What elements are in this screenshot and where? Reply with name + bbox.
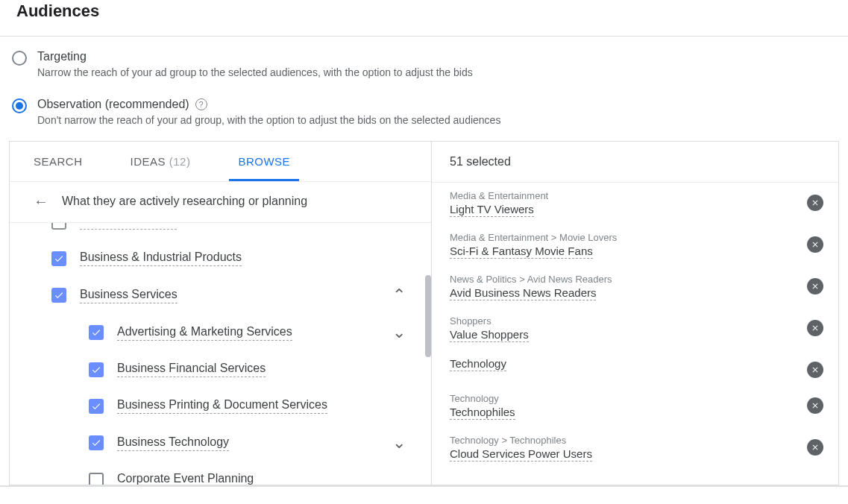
browse-column: SEARCH IDEAS (12) BROWSE ← What they are… xyxy=(10,142,432,485)
scrollbar-thumb[interactable] xyxy=(425,275,431,357)
list-item[interactable]: Corporate Event Planning xyxy=(10,462,431,485)
selected-column: 51 selected Media & EntertainmentLight T… xyxy=(432,142,838,485)
remove-button[interactable] xyxy=(807,195,823,211)
tab-ideas[interactable]: IDEAS (12) xyxy=(107,142,215,181)
item-label: Business Services xyxy=(80,288,178,303)
selected-item: Technology xyxy=(432,350,838,385)
checkbox[interactable] xyxy=(89,362,104,377)
selected-list: Media & EntertainmentLight TV ViewersMed… xyxy=(432,183,838,485)
selected-name: Value Shoppers xyxy=(450,328,529,342)
targeting-desc: Narrow the reach of your ad group to the… xyxy=(37,66,836,78)
remove-button[interactable] xyxy=(807,320,823,336)
bottom-shadow xyxy=(0,485,848,487)
remove-button[interactable] xyxy=(807,439,823,456)
radio-icon xyxy=(12,98,27,113)
selected-name: Technology xyxy=(450,357,506,371)
selected-item: News & Politics > Avid News ReadersAvid … xyxy=(432,266,838,308)
chevron-down-icon[interactable]: ⌄ xyxy=(392,324,406,341)
selected-path: Technology xyxy=(450,393,515,404)
list-item[interactable]: Advertising & Marketing Services⌄ xyxy=(10,314,431,351)
checkbox[interactable] xyxy=(89,325,104,340)
tab-ideas-label: IDEAS xyxy=(131,155,166,168)
tab-browse[interactable]: BROWSE xyxy=(214,142,314,181)
targeting-options: Targeting Narrow the reach of your ad gr… xyxy=(0,37,848,141)
list-item[interactable]: Business Services⌃ xyxy=(10,277,431,314)
selected-item: TechnologyTechnophiles xyxy=(432,385,838,427)
list-item[interactable]: Business Financial Services xyxy=(10,351,431,388)
observation-desc: Don't narrow the reach of your ad group,… xyxy=(37,114,836,126)
breadcrumb-row: ← What they are actively researching or … xyxy=(10,181,431,223)
selected-header: 51 selected xyxy=(432,142,838,183)
selected-path: Media & Entertainment > Movie Lovers xyxy=(450,232,617,243)
list-item[interactable]: Business & Industrial Products xyxy=(10,240,431,277)
selected-name: Technophiles xyxy=(450,406,515,420)
item-label: Business & Industrial Products xyxy=(80,251,242,266)
selected-item: Technology > TechnophilesCloud Services … xyxy=(432,427,838,469)
observation-option[interactable]: Observation (recommended) ? Don't narrow… xyxy=(12,98,836,126)
remove-button[interactable] xyxy=(807,278,823,294)
audience-panel: SEARCH IDEAS (12) BROWSE ← What they are… xyxy=(9,141,839,485)
item-label: Business Technology xyxy=(117,435,229,451)
selected-item: ShoppersValue Shoppers xyxy=(432,308,838,350)
radio-icon xyxy=(12,51,27,66)
page-title: Audiences xyxy=(0,0,848,36)
targeting-label: Targeting xyxy=(37,50,836,63)
remove-button[interactable] xyxy=(807,397,823,414)
selected-item: Media & EntertainmentLight TV Viewers xyxy=(432,183,838,224)
selected-item: Media & Entertainment > Movie LoversSci-… xyxy=(432,224,838,266)
remove-button[interactable] xyxy=(807,236,823,253)
checkbox[interactable] xyxy=(89,399,104,414)
help-icon[interactable]: ? xyxy=(195,98,207,110)
tab-ideas-count: (12) xyxy=(169,155,191,168)
checkbox[interactable] xyxy=(89,435,104,450)
selected-name: Light TV Viewers xyxy=(450,203,534,217)
chevron-down-icon[interactable]: ⌄ xyxy=(392,435,406,451)
observation-label: Observation (recommended) xyxy=(37,98,189,111)
back-arrow-icon[interactable]: ← xyxy=(34,194,48,209)
list-item[interactable]: Business Technology⌄ xyxy=(10,424,431,462)
selected-name: Sci-Fi & Fantasy Movie Fans xyxy=(450,245,593,259)
selected-path: Shoppers xyxy=(450,315,529,327)
selected-path: News & Politics > Avid News Readers xyxy=(450,274,612,285)
item-label: Corporate Event Planning xyxy=(117,472,254,485)
list-item[interactable]: Business Printing & Document Services xyxy=(10,388,431,424)
tab-search[interactable]: SEARCH xyxy=(10,142,107,181)
selected-name: Avid Business News Readers xyxy=(450,286,596,300)
selected-name: Cloud Services Power Users xyxy=(450,447,592,462)
tabs: SEARCH IDEAS (12) BROWSE xyxy=(10,142,431,181)
item-label xyxy=(80,223,177,230)
checkbox[interactable] xyxy=(51,223,66,230)
list-item[interactable] xyxy=(10,223,431,240)
checkbox[interactable] xyxy=(51,288,66,303)
chevron-up-icon[interactable]: ⌃ xyxy=(392,287,406,303)
targeting-option[interactable]: Targeting Narrow the reach of your ad gr… xyxy=(12,50,836,78)
checkbox[interactable] xyxy=(89,473,104,485)
breadcrumb: What they are actively researching or pl… xyxy=(62,195,307,208)
item-label: Advertising & Marketing Services xyxy=(117,325,292,341)
browse-list: Business & Industrial ProductsBusiness S… xyxy=(10,223,431,485)
remove-button[interactable] xyxy=(807,362,823,378)
item-label: Business Printing & Document Services xyxy=(117,398,327,414)
checkbox[interactable] xyxy=(51,251,66,266)
item-label: Business Financial Services xyxy=(117,362,266,377)
selected-path: Technology > Technophiles xyxy=(450,435,592,446)
selected-path: Media & Entertainment xyxy=(450,190,548,201)
